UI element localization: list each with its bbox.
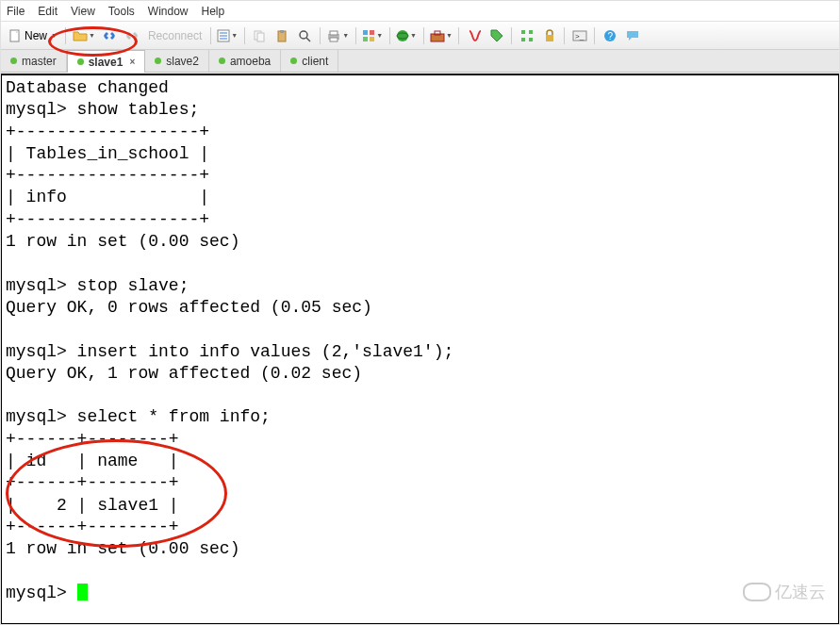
close-icon[interactable]: × <box>129 57 135 67</box>
dropdown-arrow-icon: ▼ <box>89 32 95 39</box>
dropdown-arrow-icon: ▼ <box>410 32 417 39</box>
menu-help[interactable]: Help <box>202 5 225 18</box>
svg-point-10 <box>300 31 307 39</box>
status-dot-icon <box>155 58 161 64</box>
dropdown-arrow-icon: ▼ <box>342 32 349 39</box>
tab-master[interactable]: master <box>1 50 67 72</box>
reconnect-button[interactable]: Reconnect <box>144 25 206 46</box>
svg-text:>_: >_ <box>575 32 585 41</box>
dropdown-arrow-icon: ▼ <box>231 32 238 39</box>
print-button[interactable]: ▼ <box>324 25 351 46</box>
svg-rect-13 <box>330 31 338 35</box>
terminal-cursor <box>77 584 88 600</box>
svg-rect-18 <box>370 37 374 41</box>
link-button[interactable] <box>99 25 120 46</box>
svg-line-11 <box>306 38 310 41</box>
svg-rect-24 <box>529 30 533 34</box>
tab-slave1[interactable]: slave1 × <box>67 50 146 73</box>
terminal-output[interactable]: Database changed mysql> show tables; +--… <box>1 74 839 624</box>
menu-bar: File Edit View Tools Window Help <box>1 1 839 22</box>
tab-label: slave1 <box>89 56 124 69</box>
tab-bar: master slave1 × slave2 amoeba client <box>1 50 839 73</box>
menu-view[interactable]: View <box>71 5 95 18</box>
svg-rect-27 <box>546 35 553 41</box>
expand-button[interactable] <box>517 25 537 46</box>
new-file-icon <box>8 29 22 42</box>
paste-button[interactable] <box>272 25 292 46</box>
paste-icon <box>275 29 288 42</box>
svg-point-19 <box>397 30 408 41</box>
tab-client[interactable]: client <box>281 50 338 72</box>
globe-icon <box>396 29 409 42</box>
svg-rect-17 <box>363 37 368 41</box>
copy-icon <box>253 29 266 42</box>
printer-icon <box>326 29 341 42</box>
find-button[interactable] <box>294 25 315 46</box>
menu-file[interactable]: File <box>7 5 25 18</box>
script-play-button[interactable] <box>464 25 485 46</box>
open-button[interactable]: ▼ <box>71 25 97 46</box>
svg-rect-26 <box>529 38 533 41</box>
tab-label: master <box>22 55 57 68</box>
chat-bubble-icon <box>626 29 639 42</box>
layout-icon <box>362 29 375 42</box>
tab-label: amoeba <box>230 55 271 68</box>
dropdown-arrow-icon: ▼ <box>51 32 58 39</box>
svg-rect-25 <box>521 38 525 41</box>
tab-label: client <box>302 55 328 68</box>
tab-label: slave2 <box>166 55 199 68</box>
tab-amoeba[interactable]: amoeba <box>209 50 281 72</box>
properties-button[interactable]: ▼ <box>215 25 239 46</box>
chat-button[interactable] <box>622 25 643 46</box>
svg-text:?: ? <box>607 31 613 41</box>
disconnect-button[interactable] <box>122 25 142 46</box>
layout-button[interactable]: ▼ <box>360 25 385 46</box>
copy-button[interactable] <box>249 25 270 46</box>
terminal-icon: >_ <box>572 29 587 42</box>
folder-open-icon <box>73 29 88 42</box>
svg-rect-14 <box>330 38 338 41</box>
globe-button[interactable]: ▼ <box>394 25 419 46</box>
help-icon: ? <box>603 29 617 42</box>
menu-edit[interactable]: Edit <box>38 5 58 18</box>
menu-tools[interactable]: Tools <box>108 5 135 18</box>
lock-button[interactable] <box>539 25 560 46</box>
link-icon <box>102 29 117 42</box>
tab-slave2[interactable]: slave2 <box>145 50 209 72</box>
new-button[interactable]: New ▼ <box>5 25 61 46</box>
dropdown-arrow-icon: ▼ <box>376 32 383 39</box>
status-dot-icon <box>10 58 17 64</box>
status-dot-icon <box>290 58 297 64</box>
search-icon <box>298 29 311 42</box>
play-script-icon <box>468 29 481 42</box>
unlink-icon <box>124 29 140 42</box>
expand-icon <box>520 29 534 42</box>
toolbar: New ▼ ▼ Reconnect ▼ ▼ ▼ ▼ <box>1 22 839 50</box>
status-dot-icon <box>219 58 225 64</box>
status-dot-icon <box>77 58 84 65</box>
dropdown-arrow-icon: ▼ <box>446 32 453 39</box>
svg-rect-9 <box>280 30 284 33</box>
properties-icon <box>217 29 230 42</box>
new-button-label: New <box>25 29 47 42</box>
toolbox-button[interactable]: ▼ <box>428 25 454 46</box>
help-button[interactable]: ? <box>600 25 620 46</box>
reconnect-label: Reconnect <box>148 29 202 42</box>
tag-icon <box>490 29 503 42</box>
menu-window[interactable]: Window <box>148 5 189 18</box>
svg-rect-15 <box>363 30 368 35</box>
terminal-button[interactable]: >_ <box>569 25 590 46</box>
lock-icon <box>543 29 556 42</box>
toolbox-icon <box>430 29 445 42</box>
svg-rect-23 <box>521 30 525 34</box>
svg-rect-7 <box>257 33 264 41</box>
svg-rect-16 <box>370 30 374 35</box>
tag-button[interactable] <box>486 25 507 46</box>
